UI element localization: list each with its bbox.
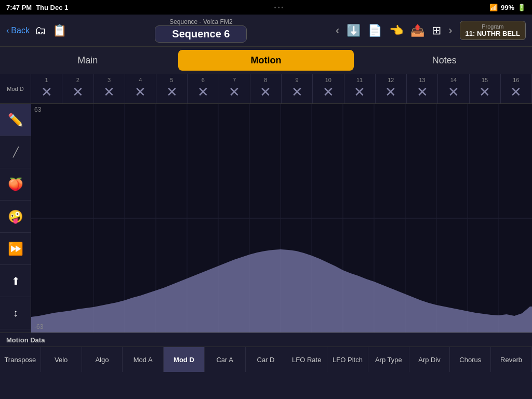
tab-notes[interactable]: Notes: [357, 47, 532, 74]
chart-min-label: -63: [34, 323, 43, 330]
step-11[interactable]: 11✕: [344, 74, 376, 103]
bottom-tab-algo[interactable]: Algo: [82, 347, 123, 372]
bottom-tab-arptype[interactable]: Arp Type: [368, 347, 409, 372]
tab-motion[interactable]: Motion: [178, 50, 353, 71]
step-8[interactable]: 8✕: [250, 74, 282, 103]
bottom-tab-transpose[interactable]: Transpose: [0, 347, 41, 372]
step-2[interactable]: 2✕: [62, 74, 94, 103]
bottom-tab-card[interactable]: Car D: [246, 347, 287, 372]
nav-next-icon[interactable]: ›: [448, 24, 452, 37]
bottom-tab-chorus[interactable]: Chorus: [450, 347, 491, 372]
main-area: ✏️ ╱ 🍑 🤪 ⏩ ⬆ ↕ 63 -63: [0, 104, 532, 332]
step-14[interactable]: 14✕: [438, 74, 469, 103]
status-bar: 7:47 PM Thu Dec 1 • • • 📶 99% 🔋: [0, 0, 532, 15]
header: ‹ Back 🗂 📋 Sequence - Volca FM2 Sequence…: [0, 15, 532, 47]
tabs-bar: Main Motion Notes: [0, 47, 532, 74]
back-chevron-icon: ‹: [6, 26, 9, 35]
tab-main[interactable]: Main: [0, 47, 175, 74]
program-box: Program 11: NUTHR BELL: [460, 21, 526, 40]
copy-icon[interactable]: 📋: [52, 24, 66, 37]
step-7[interactable]: 7✕: [219, 74, 250, 103]
step-13[interactable]: 13✕: [407, 74, 438, 103]
tool-pencil[interactable]: ✏️: [0, 104, 31, 136]
bottom-tab-lfopitch[interactable]: LFO Pitch: [327, 347, 368, 372]
motion-data-label: Motion Data: [6, 336, 45, 344]
steps-row: Mod D 1✕ 2✕ 3✕ 4✕ 5✕ 6✕ 7✕ 8✕ 9✕ 10✕ 11✕…: [0, 74, 532, 104]
time: 7:47 PM: [6, 4, 32, 11]
tools-sidebar: ✏️ ╱ 🍑 🤪 ⏩ ⬆ ↕: [0, 104, 31, 332]
grid-icon[interactable]: ⊞: [432, 24, 441, 37]
date: Thu Dec 1: [36, 4, 68, 11]
battery: 99%: [501, 4, 514, 11]
header-center: Sequence - Volca FM2 Sequence 6: [155, 18, 247, 43]
bottom-tab-moda[interactable]: Mod A: [123, 347, 164, 372]
chart-area[interactable]: 63 -63: [31, 104, 532, 332]
tool-updown[interactable]: ↕: [0, 297, 31, 329]
step-3[interactable]: 3✕: [94, 74, 125, 103]
step-10[interactable]: 10✕: [313, 74, 344, 103]
back-label: Back: [11, 26, 30, 35]
bottom-tab-modd[interactable]: Mod D: [164, 347, 205, 372]
step-5[interactable]: 5✕: [156, 74, 188, 103]
page-icon[interactable]: 📄: [368, 24, 382, 37]
folder-icon[interactable]: 🗂: [35, 24, 46, 37]
bottom-tab-reverb[interactable]: Reverb: [491, 347, 532, 372]
bottom-tab-cara[interactable]: Car A: [205, 347, 246, 372]
bottom-tab-lforate[interactable]: LFO Rate: [286, 347, 327, 372]
motion-chart[interactable]: [31, 104, 532, 332]
tool-peach[interactable]: 🍑: [0, 168, 31, 201]
back-button[interactable]: ‹ Back: [6, 26, 30, 35]
dots: • • •: [274, 4, 284, 10]
step-12[interactable]: 12✕: [376, 74, 407, 103]
hand-icon[interactable]: 👈: [389, 24, 403, 37]
bottom-tabs: Transpose Velo Algo Mod A Mod D Car A Ca…: [0, 347, 532, 372]
step-9[interactable]: 9✕: [282, 74, 313, 103]
step-15[interactable]: 15✕: [470, 74, 501, 103]
step-4[interactable]: 4✕: [125, 74, 156, 103]
status-left: 7:47 PM Thu Dec 1: [6, 4, 68, 11]
program-label: Program: [466, 23, 520, 30]
header-icons: 🗂 📋: [35, 24, 66, 37]
tool-line[interactable]: ╱: [0, 136, 31, 168]
battery-icon: 🔋: [517, 4, 526, 11]
share-icon[interactable]: 📤: [410, 24, 424, 37]
wifi-icon: 📶: [489, 4, 498, 11]
header-right: ‹ ⬇️ 📄 👈 📤 ⊞ › Program 11: NUTHR BELL: [336, 21, 526, 40]
step-6[interactable]: 6✕: [188, 74, 219, 103]
download-icon[interactable]: ⬇️: [347, 24, 361, 37]
bottom-tab-velo[interactable]: Velo: [41, 347, 82, 372]
nav-prev-icon[interactable]: ‹: [336, 24, 339, 37]
program-value: 11: NUTHR BELL: [466, 30, 520, 37]
tool-face[interactable]: 🤪: [0, 201, 31, 233]
mod-label: Mod D: [0, 74, 31, 103]
tool-up[interactable]: ⬆: [0, 265, 31, 297]
status-right: 📶 99% 🔋: [489, 4, 526, 11]
tool-fastforward[interactable]: ⏩: [0, 233, 31, 265]
motion-data-bar: Motion Data: [0, 332, 532, 347]
step-1[interactable]: 1✕: [31, 74, 62, 103]
sequence-title: Sequence 6: [155, 25, 247, 43]
bottom-tab-arpdiv[interactable]: Arp Div: [409, 347, 450, 372]
step-16[interactable]: 16✕: [501, 74, 532, 103]
header-left: ‹ Back 🗂 📋: [6, 24, 66, 37]
svg-marker-15: [31, 249, 532, 332]
chart-max-label: 63: [34, 106, 41, 113]
sequence-subtitle: Sequence - Volca FM2: [155, 18, 247, 25]
